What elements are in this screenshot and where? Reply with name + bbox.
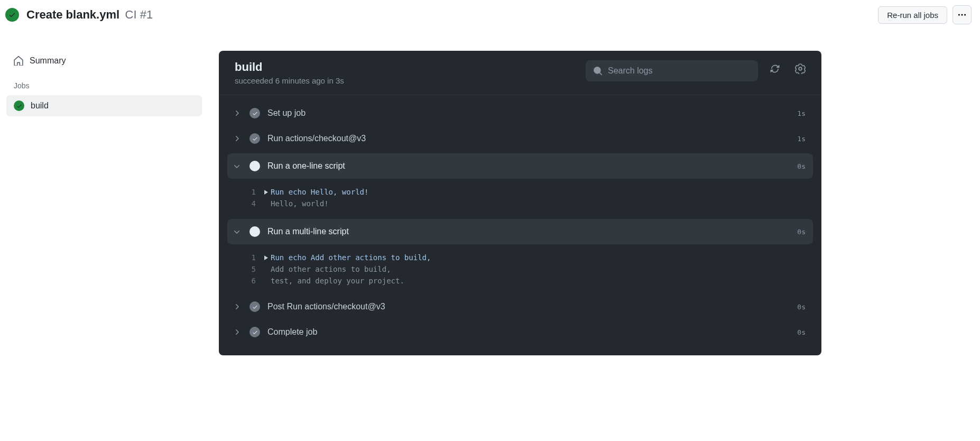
step-name: Post Run actions/checkout@v3 — [267, 302, 790, 311]
search-icon — [593, 66, 603, 76]
log-line: 1Run echo Add other actions to build, — [227, 252, 813, 263]
chevron-down-icon — [233, 162, 242, 170]
log-line-number: 4 — [227, 199, 264, 208]
step-row[interactable]: Run a one-line script0s — [227, 153, 813, 179]
expand-caret-icon[interactable] — [264, 188, 271, 196]
log-line-number: 5 — [227, 265, 264, 273]
expand-caret-icon — [264, 277, 271, 285]
job-status-line: succeeded 6 minutes ago in 3s — [235, 76, 577, 85]
step-duration: 0s — [797, 228, 806, 236]
gear-icon — [795, 63, 806, 74]
step-duration: 1s — [797, 135, 806, 143]
step-duration: 1s — [797, 109, 806, 117]
log-line: 6test, and deploy your project. — [227, 275, 813, 287]
step-name: Run a one-line script — [267, 161, 790, 171]
check-success-icon — [249, 301, 260, 312]
check-success-icon — [249, 161, 260, 171]
log-line-text: Run echo Hello, world! — [271, 188, 368, 196]
check-success-icon — [14, 100, 24, 111]
refresh-logs-button[interactable] — [766, 60, 783, 77]
check-success-icon — [249, 108, 260, 118]
log-line-text: Hello, world! — [271, 199, 329, 208]
chevron-down-icon — [233, 227, 242, 236]
step-row[interactable]: Complete job0s — [227, 319, 813, 345]
sidebar-summary-label: Summary — [30, 56, 66, 66]
step-row[interactable]: Post Run actions/checkout@v30s — [227, 294, 813, 319]
page-title: Create blank.yml CI #1 — [26, 8, 153, 22]
log-line-text: Run echo Add other actions to build, — [271, 253, 431, 262]
step-duration: 0s — [797, 303, 806, 311]
log-output: 1Run echo Add other actions to build,5Ad… — [227, 246, 813, 294]
step-row[interactable]: Run a multi-line script0s — [227, 219, 813, 244]
step-duration: 0s — [797, 162, 806, 170]
steps-list: Set up job1sRun actions/checkout@v31sRun… — [219, 95, 821, 355]
log-line-number: 1 — [227, 188, 264, 196]
log-output: 1Run echo Hello, world!4Hello, world! — [227, 181, 813, 217]
chevron-right-icon — [233, 328, 242, 336]
log-panel: build succeeded 6 minutes ago in 3s Set … — [219, 51, 821, 355]
more-actions-button[interactable] — [953, 5, 972, 24]
sync-icon — [770, 64, 780, 74]
log-panel-header: build succeeded 6 minutes ago in 3s — [219, 51, 821, 95]
search-logs[interactable] — [586, 60, 758, 81]
step-row[interactable]: Run actions/checkout@v31s — [227, 126, 813, 151]
chevron-right-icon — [233, 109, 242, 117]
log-line-number: 6 — [227, 277, 264, 285]
step-name: Complete job — [267, 327, 790, 337]
search-logs-input[interactable] — [608, 66, 751, 76]
chevron-right-icon — [233, 302, 242, 311]
log-line: 1Run echo Hello, world! — [227, 186, 813, 198]
check-success-icon — [249, 327, 260, 337]
sidebar-summary[interactable]: Summary — [6, 51, 202, 71]
log-line: 5Add other actions to build, — [227, 263, 813, 275]
expand-caret-icon — [264, 265, 271, 273]
sidebar-jobs-heading: Jobs — [6, 71, 202, 95]
log-line-text: Add other actions to build, — [271, 265, 391, 273]
chevron-right-icon — [233, 134, 242, 143]
log-line-number: 1 — [227, 253, 264, 262]
step-name: Run a multi-line script — [267, 227, 790, 236]
check-success-icon — [249, 133, 260, 144]
step-name: Set up job — [267, 108, 790, 118]
step-name: Run actions/checkout@v3 — [267, 134, 790, 143]
step-row[interactable]: Set up job1s — [227, 100, 813, 126]
check-success-icon — [249, 226, 260, 237]
expand-caret-icon[interactable] — [264, 253, 271, 262]
log-settings-button[interactable] — [792, 60, 809, 77]
home-icon — [14, 56, 23, 66]
page-header: Create blank.yml CI #1 Re-run all jobs — [0, 0, 980, 30]
sidebar-job-label: build — [31, 101, 49, 111]
expand-caret-icon — [264, 199, 271, 208]
run-status-success-icon — [5, 8, 19, 22]
kebab-icon — [957, 10, 967, 20]
log-line: 4Hello, world! — [227, 198, 813, 209]
rerun-all-jobs-button[interactable]: Re-run all jobs — [878, 6, 947, 24]
step-duration: 0s — [797, 328, 806, 336]
sidebar: Summary Jobs build — [6, 51, 202, 355]
sidebar-job-build[interactable]: build — [6, 95, 202, 116]
log-line-text: test, and deploy your project. — [271, 277, 404, 285]
job-title: build — [235, 60, 577, 74]
